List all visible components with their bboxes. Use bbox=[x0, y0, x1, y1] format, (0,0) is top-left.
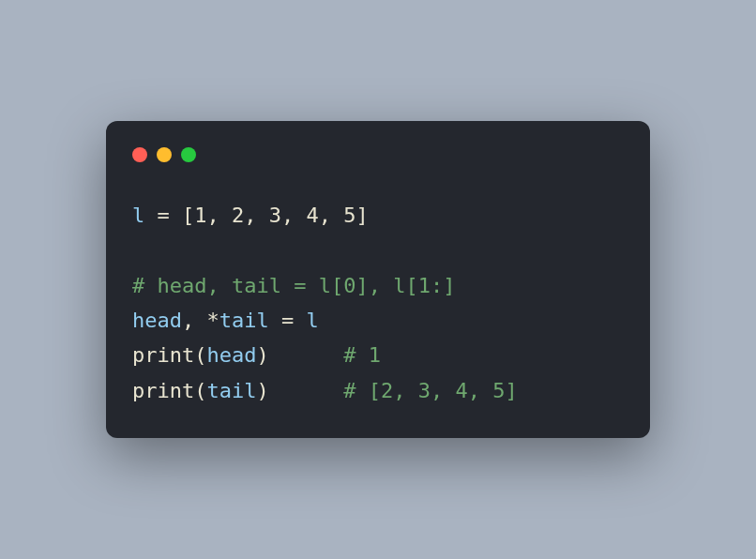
comment-result: # [2, 3, 4, 5] bbox=[343, 379, 517, 402]
variable-tail: tail bbox=[219, 309, 269, 332]
variable-l: l bbox=[132, 204, 144, 227]
paren-close: ) bbox=[256, 343, 268, 367]
variable-l-ref: l bbox=[306, 309, 318, 332]
assign-op: = bbox=[144, 204, 182, 227]
paren-open: ( bbox=[194, 379, 206, 402]
code-window: l = [1, 2, 3, 4, 5] # head, tail = l[0],… bbox=[106, 121, 650, 438]
maximize-icon[interactable] bbox=[181, 147, 196, 162]
traffic-lights bbox=[132, 147, 624, 162]
list-literal: [1, 2, 3, 4, 5] bbox=[182, 204, 369, 227]
arg-head: head bbox=[206, 343, 256, 367]
close-icon[interactable] bbox=[132, 147, 147, 162]
assign-op: = bbox=[269, 309, 307, 332]
variable-head: head bbox=[132, 309, 182, 332]
padding bbox=[269, 343, 343, 367]
code-block: l = [1, 2, 3, 4, 5] # head, tail = l[0],… bbox=[132, 198, 624, 408]
print-call: print bbox=[132, 379, 194, 402]
arg-tail: tail bbox=[206, 379, 256, 402]
star-op: * bbox=[206, 309, 219, 332]
comment-line: # head, tail = l[0], l[1:] bbox=[132, 274, 455, 297]
paren-close: ) bbox=[256, 379, 268, 402]
comma: , bbox=[182, 309, 207, 332]
padding bbox=[269, 379, 343, 402]
comment-result: # 1 bbox=[343, 343, 381, 367]
print-call: print bbox=[132, 343, 194, 367]
paren-open: ( bbox=[194, 343, 206, 367]
minimize-icon[interactable] bbox=[157, 147, 172, 162]
